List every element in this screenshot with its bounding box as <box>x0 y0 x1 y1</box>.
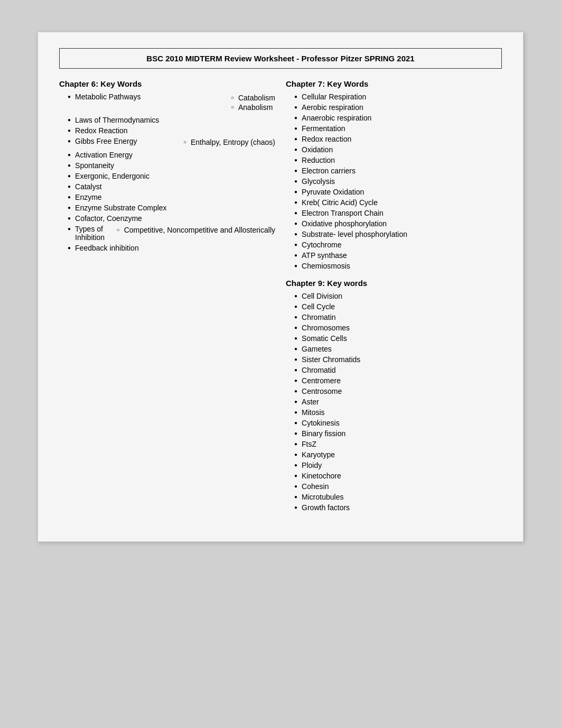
list-item: Chromosomes <box>286 324 502 332</box>
list-item: Sister Chromatids <box>286 355 502 364</box>
list-item: Electron Transport Chain <box>286 209 502 217</box>
list-item-text: FtsZ <box>302 440 502 448</box>
list-item-text: ATP synthase <box>302 251 502 260</box>
list-item: Mitosis <box>286 408 502 417</box>
list-item: Spontaneity <box>59 161 275 170</box>
list-item: Growth factors <box>286 503 502 512</box>
list-item-text: Redox Reaction <box>75 126 275 135</box>
list-item: Kinetochore <box>286 472 502 480</box>
list-item: Centromere <box>286 376 502 385</box>
list-item: Activation Energy <box>59 151 275 159</box>
list-item: Catalyst <box>59 182 275 191</box>
list-item-text: Chemiosmosis <box>302 262 502 270</box>
sub-list-item-text: Competitive, Noncompetitive and Alloster… <box>124 226 275 234</box>
list-item: Aster <box>286 398 502 406</box>
sub-list-item: Anabolism <box>220 103 275 112</box>
list-item-text: Cellular Respiration <box>302 93 502 101</box>
chapter7-heading: Chapter 7: Key Words <box>286 79 502 88</box>
page-title: BSC 2010 MIDTERM Review Worksheet - Prof… <box>59 48 502 69</box>
list-item-text: Cohesin <box>302 482 502 491</box>
list-item-text: Centrosome <box>302 387 502 395</box>
chapter6-heading: Chapter 6: Key Words <box>59 79 275 88</box>
right-column: Chapter 7: Key Words Cellular Respiratio… <box>286 79 502 520</box>
list-item: Redox Reaction <box>59 126 275 135</box>
list-item-text: Somatic Cells <box>302 334 502 343</box>
list-item: Cytokinesis <box>286 419 502 427</box>
list-item: Cohesin <box>286 482 502 491</box>
list-item-text: Oxidation <box>302 145 502 154</box>
sub-list-item-text: Anabolism <box>238 103 275 112</box>
list-item: Somatic Cells <box>286 334 502 343</box>
list-item-text: Growth factors <box>302 503 502 512</box>
list-item-text: Chromatin <box>302 313 502 321</box>
list-item-text: Ploidy <box>302 461 502 469</box>
page-container: BSC 2010 MIDTERM Review Worksheet - Prof… <box>38 32 523 542</box>
list-item: Binary fission <box>286 429 502 438</box>
list-item: Gametes <box>286 345 502 353</box>
list-item-text: Mitosis <box>302 408 502 417</box>
columns-layout: Chapter 6: Key Words Metabolic PathwaysC… <box>59 79 502 520</box>
list-item-text: Cofactor, Coenzyme <box>75 214 275 223</box>
list-item: Anaerobic respiration <box>286 114 502 122</box>
list-item: Glycolysis <box>286 177 502 186</box>
list-item-text: Fermentation <box>302 124 502 133</box>
list-item-text: Electron carriers <box>302 167 502 175</box>
list-item: Laws of Thermodynamics <box>59 116 275 124</box>
list-item-text: Kinetochore <box>302 472 502 480</box>
list-item: Karyotype <box>286 450 502 459</box>
list-item: Kreb( Citric Acid) Cycle <box>286 198 502 207</box>
left-column: Chapter 6: Key Words Metabolic PathwaysC… <box>59 79 275 261</box>
list-item: Cell Division <box>286 292 502 300</box>
list-item-text: Aster <box>302 398 502 406</box>
list-item-text: Aerobic respiration <box>302 103 502 112</box>
list-item: Exergonic, Endergonic <box>59 172 275 180</box>
list-item-text: Kreb( Citric Acid) Cycle <box>302 198 502 207</box>
list-item: Pyruvate Oxidation <box>286 188 502 196</box>
list-item-text: Chromatid <box>302 366 502 374</box>
list-item-text: Microtubules <box>302 493 502 501</box>
list-item-text: Cytokinesis <box>302 419 502 427</box>
list-item: Enzyme <box>59 193 275 201</box>
list-item-text: Binary fission <box>302 429 502 438</box>
sub-list-item: Catabolism <box>220 94 275 102</box>
list-item: Chemiosmosis <box>286 262 502 270</box>
list-item-text: Cell Division <box>302 292 502 300</box>
list-item: Fermentation <box>286 124 502 133</box>
chapter6-list: Metabolic PathwaysCatabolismAnabolismLaw… <box>59 93 275 252</box>
list-item: Oxidation <box>286 145 502 154</box>
sub-list-item: Enthalpy, Entropy (chaos) <box>173 138 275 146</box>
sub-list: Competitive, Noncompetitive and Alloster… <box>106 226 275 235</box>
chapter7-list: Cellular RespirationAerobic respirationA… <box>286 93 502 270</box>
list-item-text: Karyotype <box>302 450 502 459</box>
list-item-text: Glycolysis <box>302 177 502 186</box>
list-item: Electron carriers <box>286 167 502 175</box>
list-item-text: Gametes <box>302 345 502 353</box>
list-item-text: Oxidative phosphorylation <box>302 219 502 228</box>
list-item: Enzyme Substrate Complex <box>59 204 275 212</box>
list-item-text: Chromosomes <box>302 324 502 332</box>
list-item: Substrate- level phosphorylation <box>286 230 502 238</box>
list-item: FtsZ <box>286 440 502 448</box>
list-item-text: Anaerobic respiration <box>302 114 502 122</box>
list-item: Reduction <box>286 156 502 164</box>
list-item-text: Cell Cycle <box>302 302 502 311</box>
list-item-text: Enzyme <box>75 193 275 201</box>
list-item: Cell Cycle <box>286 302 502 311</box>
list-item: Chromatin <box>286 313 502 321</box>
list-item-text: Enzyme Substrate Complex <box>75 204 275 212</box>
list-item-text: Activation Energy <box>75 151 275 159</box>
list-item-text: Centromere <box>302 376 502 385</box>
list-item: Feedback inhibition <box>59 244 275 252</box>
list-item-text: Laws of Thermodynamics <box>75 116 275 124</box>
list-item: ATP synthase <box>286 251 502 260</box>
list-item-text: Electron Transport Chain <box>302 209 502 217</box>
list-item-text: Gibbs Free Energy <box>75 137 173 145</box>
list-item-text: Cytochrome <box>302 241 502 249</box>
list-item: Microtubules <box>286 493 502 501</box>
sub-list-item: Competitive, Noncompetitive and Alloster… <box>106 226 275 234</box>
sub-list-item-text: Catabolism <box>238 94 275 102</box>
list-item-text: Types of Inhibition <box>75 225 106 242</box>
list-item-text: Catalyst <box>75 182 275 191</box>
list-item-text: Reduction <box>302 156 502 164</box>
list-item: Metabolic PathwaysCatabolismAnabolism <box>59 93 275 114</box>
